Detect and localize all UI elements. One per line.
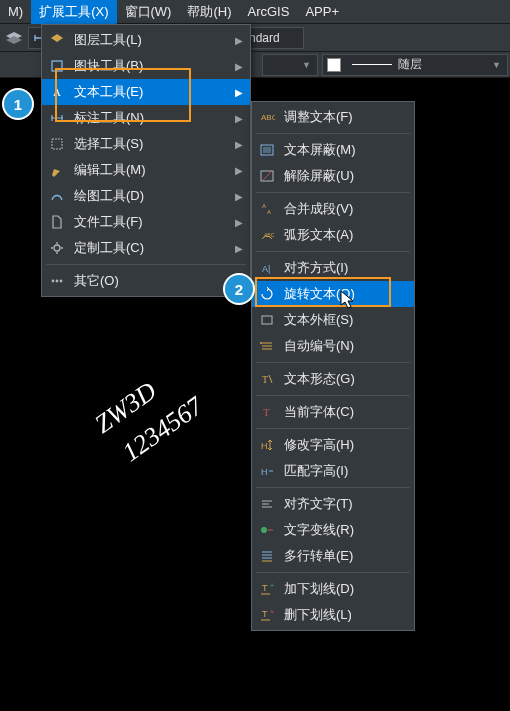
submenu-current-font[interactable]: T当前字体(C) (252, 399, 414, 425)
text-tools-submenu: ABC调整文本(F) 文本屏蔽(M) 解除屏蔽(U) AA合并成段(V) ABC… (251, 101, 415, 631)
menubar: M) 扩展工具(X) 窗口(W) 帮助(H) ArcGIS APP+ (0, 0, 510, 24)
submenu-arrow-icon: ▶ (234, 139, 244, 150)
align-text-icon (258, 495, 276, 513)
submenu-merge-para[interactable]: AA合并成段(V) (252, 196, 414, 222)
svg-text:×: × (270, 608, 274, 615)
chevron-down-icon: ▼ (486, 60, 501, 70)
menu-select-tools[interactable]: 选择工具(S)▶ (42, 131, 250, 157)
svg-text:A: A (53, 86, 61, 98)
submenu-arrow-icon: ▶ (234, 61, 244, 72)
menu-item-appplus[interactable]: APP+ (297, 0, 347, 24)
submenu-text-to-line[interactable]: 文字变线(R) (252, 517, 414, 543)
submenu-change-height[interactable]: H修改字高(H) (252, 432, 414, 458)
submenu-match-height[interactable]: H匹配字高(I) (252, 458, 414, 484)
menu-custom-tools[interactable]: 定制工具(C)▶ (42, 235, 250, 261)
svg-rect-12 (263, 147, 271, 153)
submenu-adjust-text[interactable]: ABC调整文本(F) (252, 104, 414, 130)
svg-point-25 (261, 527, 267, 533)
svg-line-14 (262, 171, 272, 181)
menu-other[interactable]: 其它(O)▶ (42, 268, 250, 294)
submenu-text-mask[interactable]: 文本屏蔽(M) (252, 137, 414, 163)
text-icon: A (48, 83, 66, 101)
rotate-icon (258, 285, 276, 303)
color-select[interactable]: ▼ (262, 54, 318, 76)
adjust-text-icon: ABC (258, 108, 276, 126)
svg-marker-1 (6, 36, 22, 44)
menu-item-ext-tools[interactable]: 扩展工具(X) (31, 0, 116, 24)
submenu-align-text[interactable]: 对齐文字(T) (252, 491, 414, 517)
svg-point-9 (60, 280, 63, 283)
submenu-arrow-icon: ▶ (234, 87, 244, 98)
text-to-line-icon (258, 521, 276, 539)
chevron-down-icon: ▼ (296, 60, 311, 70)
layers-icon (48, 31, 66, 49)
underline-del-icon: T× (258, 606, 276, 624)
separator (256, 192, 410, 193)
submenu-align-mode[interactable]: A|对齐方式(I) (252, 255, 414, 281)
svg-text:A: A (267, 209, 271, 215)
menu-item-window[interactable]: 窗口(W) (117, 0, 180, 24)
edit-icon (48, 161, 66, 179)
menu-item-help[interactable]: 帮助(H) (179, 0, 239, 24)
menu-layer-tools[interactable]: 图层工具(L)▶ (42, 27, 250, 53)
file-icon (48, 213, 66, 231)
svg-text:+: + (270, 582, 274, 589)
svg-text:A: A (262, 203, 266, 209)
menu-item-m[interactable]: M) (0, 0, 31, 24)
svg-rect-19 (262, 316, 272, 324)
draw-icon (48, 187, 66, 205)
svg-point-8 (56, 280, 59, 283)
separator (256, 133, 410, 134)
menu-text-tools[interactable]: A文本工具(E)▶ (42, 79, 250, 105)
svg-point-6 (54, 245, 60, 251)
number-icon (258, 337, 276, 355)
block-icon (48, 57, 66, 75)
color-swatch-icon (327, 58, 341, 72)
separator (46, 264, 246, 265)
submenu-auto-number[interactable]: 自动编号(N) (252, 333, 414, 359)
text-shape-icon: T (258, 370, 276, 388)
select-icon (48, 135, 66, 153)
submenu-arc-text[interactable]: ABC弧形文本(A) (252, 222, 414, 248)
menu-block-tools[interactable]: 图块工具(B)▶ (42, 53, 250, 79)
submenu-del-underline[interactable]: T×删下划线(L) (252, 602, 414, 628)
svg-text:T: T (262, 374, 268, 385)
dim-icon (48, 109, 66, 127)
separator (256, 572, 410, 573)
layer-icon[interactable] (4, 28, 24, 48)
submenu-rotate-text[interactable]: 旋转文本(O) (252, 281, 414, 307)
underline-add-icon: T+ (258, 580, 276, 598)
submenu-add-underline[interactable]: T+加下划线(D) (252, 576, 414, 602)
merge-icon: AA (258, 200, 276, 218)
menu-file-tools[interactable]: 文件工具(F)▶ (42, 209, 250, 235)
svg-rect-5 (52, 139, 62, 149)
match-height-icon: H (258, 462, 276, 480)
submenu-arrow-icon: ▶ (234, 243, 244, 254)
font-icon: T (258, 403, 276, 421)
ext-tools-dropdown: 图层工具(L)▶ 图块工具(B)▶ A文本工具(E)▶ 标注工具(N)▶ 选择工… (41, 24, 251, 297)
callout-badge-1: 1 (4, 90, 32, 118)
submenu-arrow-icon: ▶ (234, 191, 244, 202)
menu-draw-tools[interactable]: 绘图工具(D)▶ (42, 183, 250, 209)
arc-text-icon: ABC (258, 226, 276, 244)
svg-point-7 (52, 280, 55, 283)
submenu-text-shape[interactable]: T文本形态(G) (252, 366, 414, 392)
submenu-text-frame[interactable]: 文本外框(S) (252, 307, 414, 333)
separator (256, 428, 410, 429)
canvas-sample-text: ZW3D 1234567 (86, 355, 211, 475)
linetype-select[interactable]: 随层 ▼ (322, 54, 508, 76)
menu-edit-tools[interactable]: 编辑工具(M)▶ (42, 157, 250, 183)
svg-text:ABC: ABC (264, 232, 275, 238)
mask-icon (258, 141, 276, 159)
submenu-arrow-icon: ▶ (234, 35, 244, 46)
separator (256, 251, 410, 252)
separator (256, 395, 410, 396)
menu-item-arcgis[interactable]: ArcGIS (240, 0, 298, 24)
menu-dim-tools[interactable]: 标注工具(N)▶ (42, 105, 250, 131)
m2s-icon (258, 547, 276, 565)
submenu-mtext-to-single[interactable]: 多行转单(E) (252, 543, 414, 569)
other-icon (48, 272, 66, 290)
svg-text:H: H (261, 467, 268, 477)
svg-rect-3 (52, 61, 62, 71)
submenu-unmask[interactable]: 解除屏蔽(U) (252, 163, 414, 189)
